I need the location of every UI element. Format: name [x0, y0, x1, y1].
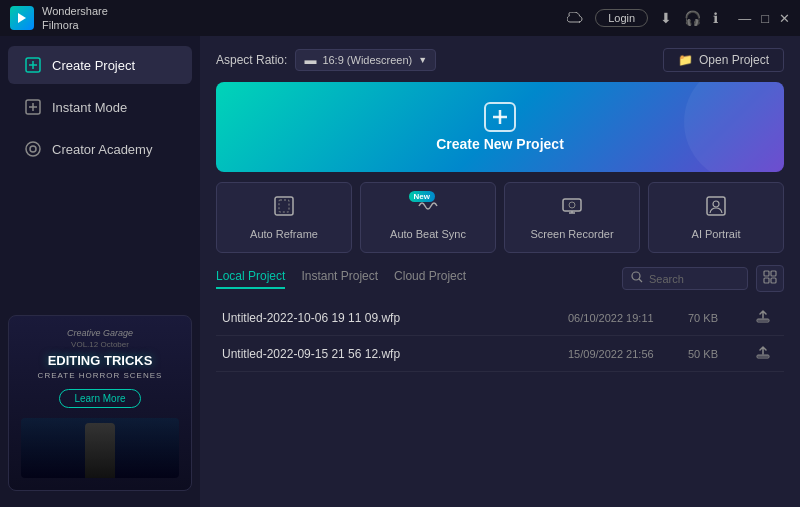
ai-portrait-label: AI Portrait: [692, 228, 741, 240]
folder-icon: 📁: [678, 53, 693, 67]
upload-icon-0[interactable]: [748, 308, 778, 327]
aspect-ratio-label: Aspect Ratio:: [216, 53, 287, 67]
project-date-0: 06/10/2022 19:11: [568, 312, 688, 324]
auto-beat-sync-icon: [417, 199, 439, 221]
sidebar: Create Project Instant Mode Creator Acad…: [0, 36, 200, 507]
main-layout: Create Project Instant Mode Creator Acad…: [0, 36, 800, 507]
headphone-icon[interactable]: 🎧: [684, 10, 701, 26]
svg-marker-0: [18, 13, 26, 23]
ai-portrait-icon: [705, 199, 727, 221]
info-icon[interactable]: ℹ: [713, 10, 718, 26]
svg-point-16: [569, 202, 575, 208]
app-branding: Wondershare Filmora: [10, 4, 108, 33]
svg-rect-24: [771, 278, 776, 283]
auto-beat-sync-label: Auto Beat Sync: [390, 228, 466, 240]
app-name: Wondershare Filmora: [42, 4, 108, 33]
download-icon[interactable]: ⬇: [660, 10, 672, 26]
svg-rect-23: [764, 278, 769, 283]
feature-card-auto-beat-sync[interactable]: New Auto Beat Sync: [360, 182, 496, 253]
svg-line-20: [639, 279, 642, 282]
svg-rect-21: [764, 271, 769, 276]
banner-subtitle: CREATE HORROR SCENES: [21, 371, 179, 380]
create-plus-icon: [484, 102, 516, 132]
table-row[interactable]: Untitled-2022-09-15 21 56 12.wfp 15/09/2…: [216, 336, 784, 372]
svg-rect-22: [771, 271, 776, 276]
tab-local-project[interactable]: Local Project: [216, 269, 285, 289]
chevron-down-icon: ▼: [418, 55, 427, 65]
close-button[interactable]: ✕: [779, 11, 790, 26]
project-name-0: Untitled-2022-10-06 19 11 09.wfp: [222, 311, 568, 325]
projects-tools: [622, 265, 784, 292]
creator-academy-icon: [24, 140, 42, 158]
banner-figure: [21, 418, 179, 478]
sidebar-label-create: Create Project: [52, 58, 135, 73]
sidebar-label-academy: Creator Academy: [52, 142, 152, 157]
auto-reframe-icon-wrap: [273, 195, 295, 222]
project-size-1: 50 KB: [688, 348, 748, 360]
svg-rect-12: [279, 200, 289, 212]
screen-recorder-label: Screen Recorder: [530, 228, 613, 240]
sidebar-item-instant-mode[interactable]: Instant Mode: [8, 88, 192, 126]
sidebar-banner: Creative Garage VOL.12 October EDITING T…: [8, 315, 192, 491]
sidebar-item-creator-academy[interactable]: Creator Academy: [8, 130, 192, 168]
open-project-label: Open Project: [699, 53, 769, 67]
svg-rect-13: [563, 199, 581, 211]
maximize-button[interactable]: □: [761, 11, 769, 26]
content-top-bar: Aspect Ratio: ▬ 16:9 (Widescreen) ▼ 📁 Op…: [216, 48, 784, 72]
sidebar-item-create-project[interactable]: Create Project: [8, 46, 192, 84]
project-list: Untitled-2022-10-06 19 11 09.wfp 06/10/2…: [216, 300, 784, 495]
banner-vol-text: VOL.12 October: [21, 340, 179, 349]
sidebar-label-instant: Instant Mode: [52, 100, 127, 115]
svg-point-19: [632, 272, 640, 280]
titlebar-right: Login ⬇ 🎧 ℹ — □ ✕: [567, 9, 790, 27]
window-controls: — □ ✕: [738, 11, 790, 26]
project-tabs: Local Project Instant Project Cloud Proj…: [216, 269, 466, 289]
tab-cloud-project[interactable]: Cloud Project: [394, 269, 466, 289]
auto-reframe-label: Auto Reframe: [250, 228, 318, 240]
projects-header: Local Project Instant Project Cloud Proj…: [216, 265, 784, 292]
aspect-ratio-selector[interactable]: ▬ 16:9 (Widescreen) ▼: [295, 49, 436, 71]
banner-small-title: Creative Garage: [21, 328, 179, 338]
feature-card-ai-portrait[interactable]: AI Portrait: [648, 182, 784, 253]
screen-recorder-icon-wrap: [561, 195, 583, 222]
aspect-ratio-bar: Aspect Ratio: ▬ 16:9 (Widescreen) ▼: [216, 49, 436, 71]
svg-point-7: [26, 142, 40, 156]
login-button[interactable]: Login: [595, 9, 648, 27]
project-date-1: 15/09/2022 21:56: [568, 348, 688, 360]
content-area: Aspect Ratio: ▬ 16:9 (Widescreen) ▼ 📁 Op…: [200, 36, 800, 507]
create-project-label: Create New Project: [436, 136, 564, 152]
search-box[interactable]: [622, 267, 748, 290]
auto-beat-sync-icon-wrap: New: [417, 195, 439, 222]
app-logo: [10, 6, 34, 30]
auto-reframe-icon: [273, 199, 295, 221]
project-name-1: Untitled-2022-09-15 21 56 12.wfp: [222, 347, 568, 361]
banner-main-title: EDITING TRICKS: [21, 353, 179, 369]
instant-mode-icon: [24, 98, 42, 116]
feature-cards: Auto Reframe New Auto Beat Sync: [216, 182, 784, 253]
projects-section: Local Project Instant Project Cloud Proj…: [216, 265, 784, 495]
svg-point-18: [713, 201, 719, 207]
search-icon: [631, 271, 643, 286]
screen-recorder-icon: [561, 199, 583, 221]
new-badge: New: [409, 191, 435, 202]
feature-card-screen-recorder[interactable]: Screen Recorder: [504, 182, 640, 253]
minimize-button[interactable]: —: [738, 11, 751, 26]
title-bar: Wondershare Filmora Login ⬇ 🎧 ℹ — □ ✕: [0, 0, 800, 36]
ai-portrait-icon-wrap: [705, 195, 727, 222]
create-project-banner[interactable]: Create New Project: [216, 82, 784, 172]
banner-silhouette: [85, 423, 115, 478]
search-input[interactable]: [649, 273, 739, 285]
svg-point-8: [30, 146, 36, 152]
banner-learn-button[interactable]: Learn More: [59, 389, 140, 408]
cloud-icon[interactable]: [567, 10, 583, 26]
grid-view-button[interactable]: [756, 265, 784, 292]
aspect-icon: ▬: [304, 53, 316, 67]
create-project-icon: [24, 56, 42, 74]
upload-icon-1[interactable]: [748, 344, 778, 363]
aspect-ratio-value: 16:9 (Widescreen): [322, 54, 412, 66]
open-project-button[interactable]: 📁 Open Project: [663, 48, 784, 72]
feature-card-auto-reframe[interactable]: Auto Reframe: [216, 182, 352, 253]
project-size-0: 70 KB: [688, 312, 748, 324]
tab-instant-project[interactable]: Instant Project: [301, 269, 378, 289]
table-row[interactable]: Untitled-2022-10-06 19 11 09.wfp 06/10/2…: [216, 300, 784, 336]
